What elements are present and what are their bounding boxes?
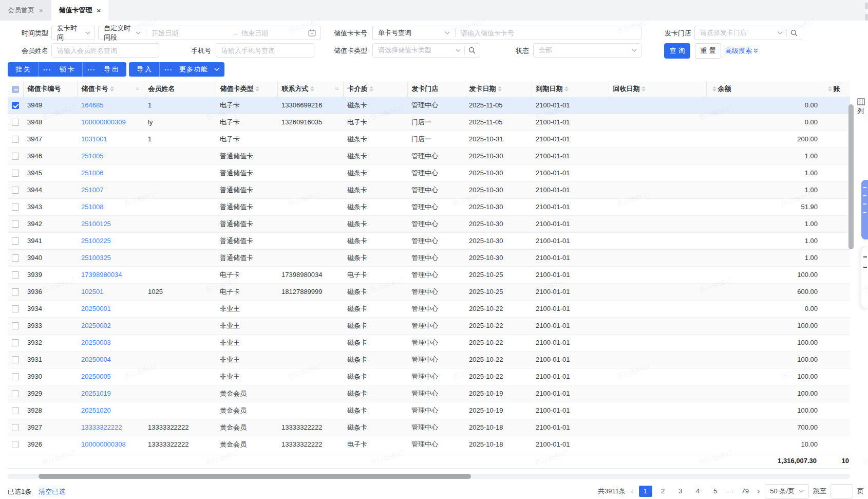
table-row[interactable]: 393120250004非业主磁条卡管理中心2025-10-222100-01-… <box>8 351 850 368</box>
row-checkbox[interactable] <box>12 271 19 279</box>
row-checkbox[interactable] <box>12 220 19 228</box>
time-type-select[interactable]: 发卡时间 <box>51 26 95 40</box>
sort-icon[interactable] <box>498 86 502 91</box>
search-icon[interactable] <box>790 29 802 36</box>
row-checkbox[interactable] <box>12 322 19 329</box>
col-extra[interactable]: 账 <box>822 81 850 97</box>
page-button-1[interactable]: 1 <box>639 486 652 497</box>
col-recycle-date[interactable]: 回收日期 <box>609 81 706 97</box>
tab-stored-value-card[interactable]: 储值卡管理 × <box>51 0 109 21</box>
card-type-select[interactable]: 请选择储值卡类型 <box>372 43 480 58</box>
card-no-link[interactable]: 251005 <box>81 152 103 160</box>
export-button[interactable]: 导出 <box>96 62 126 77</box>
column-filter-icon[interactable]: ≡ <box>136 84 140 92</box>
col-store[interactable]: 发卡门店 <box>407 81 465 97</box>
table-row[interactable]: 39491646851电子卡13306699216磁条卡管理中心2025-11-… <box>8 97 850 114</box>
card-no-link[interactable]: 251008 <box>81 203 103 211</box>
row-checkbox[interactable] <box>12 102 19 109</box>
member-input[interactable] <box>57 47 154 54</box>
prev-page-button[interactable]: ‹ <box>630 486 635 497</box>
advanced-search-link[interactable]: 高级搜索 <box>725 43 758 59</box>
status-select[interactable]: 全部 <box>533 43 641 58</box>
lock-card-button[interactable]: 锁卡 ··· <box>52 62 100 77</box>
page-button-4[interactable]: 4 <box>691 486 705 497</box>
floating-helper-button[interactable] <box>861 180 868 239</box>
card-no-link[interactable]: 20250001 <box>81 305 111 312</box>
sort-icon[interactable] <box>564 86 569 91</box>
start-date-input[interactable] <box>152 29 229 37</box>
col-contact[interactable]: 联系方式≡ <box>277 81 343 97</box>
row-checkbox[interactable] <box>12 441 19 448</box>
sort-icon[interactable] <box>369 86 373 91</box>
col-card-no[interactable]: 储值卡号≡ <box>77 81 144 97</box>
column-settings-button[interactable]: 列 <box>857 98 868 119</box>
page-button-last[interactable]: 79 <box>739 486 752 497</box>
sort-icon[interactable] <box>255 86 259 91</box>
table-row[interactable]: 3944251007普通储值卡磁条卡管理中心2025-10-302100-01-… <box>8 181 850 198</box>
page-size-select[interactable]: 50 条/页 <box>765 484 809 498</box>
sort-icon[interactable] <box>712 86 716 91</box>
card-no-link[interactable]: 20250004 <box>81 356 111 363</box>
page-button-3[interactable]: 3 <box>674 486 687 497</box>
close-icon[interactable]: × <box>97 7 101 14</box>
table-row[interactable]: 393320250002非业主磁条卡管理中心2025-10-222100-01-… <box>8 317 850 334</box>
card-no-link[interactable]: 102501 <box>81 288 103 295</box>
reset-button[interactable]: 重置 <box>695 43 721 59</box>
table-row[interactable]: 392820251020黄金会员磁条卡管理中心2025-10-192100-01… <box>8 402 850 419</box>
sort-icon[interactable] <box>110 86 114 91</box>
row-checkbox[interactable] <box>12 170 19 177</box>
table-row[interactable]: 392610000000030813333322222黄金会员133333222… <box>8 436 850 453</box>
row-checkbox[interactable] <box>12 204 19 211</box>
card-no-link[interactable]: 17398980034 <box>81 271 122 279</box>
col-issue-date[interactable]: 发卡日期 <box>465 81 532 97</box>
row-checkbox[interactable] <box>12 356 19 363</box>
col-expire-date[interactable]: 到期日期 <box>532 81 609 97</box>
row-checkbox[interactable] <box>12 373 19 380</box>
card-no-mode-select[interactable]: 单卡号查询 <box>373 26 455 40</box>
row-checkbox[interactable] <box>12 305 19 312</box>
row-checkbox[interactable] <box>12 339 19 346</box>
horizontal-scrollbar[interactable] <box>8 474 850 479</box>
page-button-2[interactable]: 2 <box>656 486 670 497</box>
card-no-link[interactable]: 20250003 <box>81 339 111 346</box>
card-no-link[interactable]: 25100125 <box>81 220 111 228</box>
card-no-link[interactable]: 20251019 <box>81 390 111 397</box>
clear-selected-link[interactable]: 清空已选 <box>39 487 65 496</box>
row-checkbox[interactable] <box>12 407 19 414</box>
table-row[interactable]: 392920251019黄金会员磁条卡管理中心2025-10-192100-01… <box>8 385 850 402</box>
tab-member-home[interactable]: 会员首页 × <box>0 0 51 21</box>
card-no-link[interactable]: 164685 <box>81 101 103 109</box>
card-no-link[interactable]: 13333322222 <box>81 423 122 431</box>
more-functions-button[interactable]: 更多功能 <box>173 62 224 77</box>
phone-input[interactable] <box>221 47 309 54</box>
card-no-link[interactable]: 100000000308 <box>81 440 126 448</box>
row-checkbox[interactable] <box>12 119 19 126</box>
col-balance[interactable]: 余额 <box>706 81 822 97</box>
search-icon[interactable] <box>468 47 480 54</box>
card-no-link[interactable]: 25100225 <box>81 237 111 245</box>
row-checkbox[interactable] <box>12 390 19 397</box>
store-select[interactable]: 请选择发卡门店 <box>694 26 802 40</box>
sort-icon[interactable] <box>828 86 832 91</box>
card-no-link[interactable]: 251006 <box>81 169 103 177</box>
card-no-link[interactable]: 1031001 <box>81 135 107 143</box>
member-input-box[interactable] <box>51 43 159 58</box>
table-row[interactable]: 393917398980034电子卡17398980034电子卡管理中心2025… <box>8 266 850 283</box>
page-button-5[interactable]: 5 <box>709 486 722 497</box>
col-member[interactable]: 会员姓名 <box>144 81 216 97</box>
table-row[interactable]: 39271333332222213333322222黄金会员1333332222… <box>8 419 850 436</box>
row-checkbox[interactable] <box>12 254 19 262</box>
end-date-input[interactable] <box>241 29 303 37</box>
sort-icon[interactable] <box>641 86 646 91</box>
table-row[interactable]: 393020250005非业主磁条卡管理中心2025-10-222100-01-… <box>8 368 850 385</box>
row-checkbox[interactable] <box>12 187 19 194</box>
horizontal-scrollbar-thumb[interactable] <box>39 474 471 479</box>
report-loss-button[interactable]: 挂失 ··· <box>8 62 56 77</box>
card-no-input[interactable] <box>461 29 636 37</box>
vertical-scrollbar-thumb[interactable] <box>848 104 854 249</box>
row-checkbox[interactable] <box>12 153 19 160</box>
col-medium[interactable]: 卡介质 <box>343 81 407 97</box>
vertical-scrollbar[interactable] <box>848 101 854 441</box>
query-button[interactable]: 查询 <box>664 43 690 59</box>
phone-input-box[interactable] <box>216 43 314 58</box>
